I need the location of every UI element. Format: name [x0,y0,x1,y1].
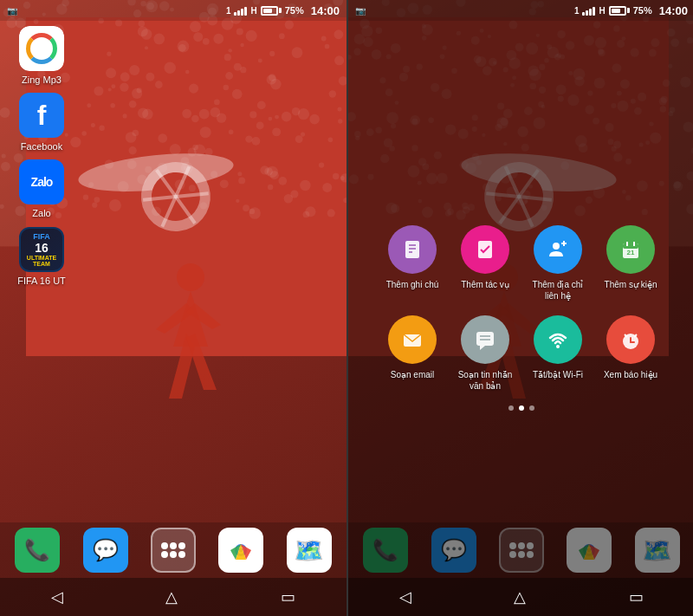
dot-2 [519,405,524,411]
quick-actions-overlay: Thêm ghi chú Thêm tác vụ [348,0,693,616]
toggle-wifi-label: Tắt/bật Wi-Fi [533,369,583,380]
svg-point-8 [553,243,560,250]
action-add-note[interactable]: Thêm ghi chú [381,225,444,302]
dock-chrome[interactable] [218,528,263,573]
dot6 [178,551,185,558]
add-contact-icon [546,237,570,262]
zing-ring [26,33,57,64]
phone-icon: 📞 [24,538,50,562]
left-phone-screen: 📷 1 H 75% 14:00 [0,0,346,616]
add-event-circle: 21 [606,225,655,274]
dot-3 [529,405,534,411]
battery-tip [279,8,282,13]
signal-bar-4 [244,7,247,16]
app-zalo[interactable]: Zalo Zalo [10,159,73,219]
add-event-label: Thêm sự kiện [605,279,657,290]
svg-text:21: 21 [627,249,635,256]
chrome-svg-icon [229,538,253,562]
signal-bar-r4 [593,7,595,16]
maps-icon: 🗺️ [294,536,324,565]
home-button[interactable]: △ [152,580,191,613]
action-add-event[interactable]: 21 Thêm sự kiện [599,225,662,302]
back-button[interactable]: ◁ [37,580,77,613]
app-facebook[interactable]: f Facebook [10,93,73,152]
dock-left: 📞 💬 🗺️ [0,522,346,578]
status-left-icons-right: 📷 [355,6,366,16]
battery-body [261,6,278,16]
dock-all-apps[interactable] [151,528,196,573]
network-type: H [250,6,256,16]
dock-messages[interactable]: 💬 [83,528,128,573]
view-alarms-circle [606,315,655,364]
svg-rect-3 [405,241,419,258]
zing-mp3-icon [19,26,64,71]
battery-fill [263,9,273,13]
battery-percentage: 75% [285,5,304,16]
zalo-icon: Zalo [19,159,64,204]
add-contact-circle [534,225,582,274]
facebook-label: Facebook [21,141,62,152]
action-compose-email[interactable]: Soạn email [381,315,444,392]
home-button-right[interactable]: △ [500,580,540,613]
recent-button-right[interactable]: ▭ [615,580,657,613]
fifa-inner: FIFA 16 ULTIMATE TEAM [27,232,56,267]
recent-button[interactable]: ▭ [267,580,309,613]
compose-sms-label: Soạn tin nhắn văn bản [454,369,516,392]
sim-number: 1 [226,6,231,16]
messages-icon: 💬 [93,538,119,562]
action-compose-sms[interactable]: Soạn tin nhắn văn bản [454,315,516,392]
signal-bar-2 [237,10,240,16]
dots-indicator [508,405,534,411]
view-alarms-icon [619,327,643,352]
add-note-icon [400,237,424,262]
action-view-alarms[interactable]: Xem báo hiệu [599,315,662,392]
back-button-right[interactable]: ◁ [385,580,425,613]
network-type-right: H [599,6,605,16]
status-bar-right: 📷 1 H 75% 14:00 [348,0,693,21]
right-phone-screen: 📷 1 H 75% 14:00 [348,0,693,616]
app-grid-left: Zing Mp3 f Facebook Zalo Zalo FIFA 16 UL… [10,26,73,287]
view-alarms-label: Xem báo hiệu [604,369,657,380]
status-bar-left: 📷 1 H 75% 14:00 [0,0,346,21]
battery-tip-right [627,8,630,13]
sim-icon: 📷 [7,6,17,16]
compose-sms-icon [473,327,497,352]
add-event-icon: 21 [619,237,643,262]
sim-icon-right: 📷 [355,6,366,16]
quick-actions-row2: Soạn email Soạn tin nhắn văn bản [374,315,669,392]
zalo-label: Zalo [32,208,50,219]
toggle-wifi-circle [534,315,582,364]
dock-maps[interactable]: 🗺️ [287,528,332,573]
toggle-wifi-icon [546,327,570,352]
action-add-contact[interactable]: Thêm địa chỉ liên hệ [527,225,589,302]
dot4 [161,551,168,558]
add-task-icon [473,237,497,262]
status-right-icons: 1 H 75% 14:00 [226,4,340,17]
dot5 [170,551,177,558]
quick-actions-row1: Thêm ghi chú Thêm tác vụ [374,225,669,302]
signal-bar-1 [234,12,236,16]
app-zing-mp3[interactable]: Zing Mp3 [10,26,73,86]
signal-bar-r2 [586,10,588,16]
action-add-task[interactable]: Thêm tác vụ [454,225,516,302]
facebook-icon: f [19,93,64,138]
signal-bar-3 [241,9,243,16]
signal-bar-r1 [582,12,585,16]
compose-email-icon [400,327,424,352]
app-fifa16[interactable]: FIFA 16 ULTIMATE TEAM FIFA 16 UT [10,227,73,287]
zing-circle [19,26,64,71]
battery-percentage-right: 75% [633,5,652,16]
time-display: 14:00 [311,4,340,17]
dot3 [178,542,185,549]
action-toggle-wifi[interactable]: Tắt/bật Wi-Fi [527,315,589,392]
zing-mp3-label: Zing Mp3 [22,75,62,86]
compose-email-circle [388,315,437,364]
fifa-subtitle: ULTIMATE [27,255,56,261]
add-note-circle [388,225,437,274]
add-task-circle [461,225,509,274]
dock-phone[interactable]: 📞 [15,528,60,573]
signal-bar-r3 [589,9,592,16]
svg-marker-19 [480,346,485,350]
apps-grid-icon [161,542,185,558]
signal-bars-right [582,5,595,16]
